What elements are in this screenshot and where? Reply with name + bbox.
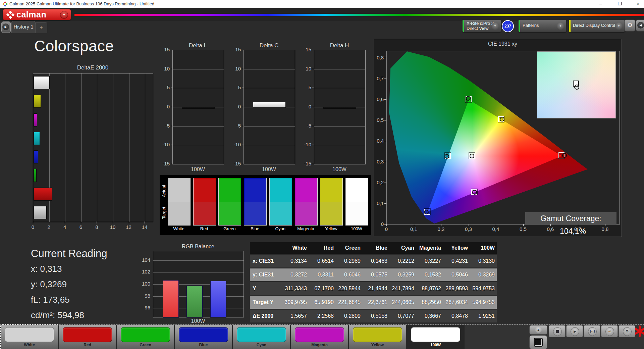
- pattern-bar-up-button[interactable]: ▲: [529, 325, 547, 335]
- restore-button[interactable]: ❐: [614, 0, 626, 8]
- play-icon: ▶: [571, 327, 579, 336]
- play-button[interactable]: ▶: [566, 325, 583, 337]
- settings-gear-button[interactable]: ⚙: [625, 19, 635, 32]
- table-cell: 0,3259: [389, 268, 416, 281]
- delta-y-tick: 10: [229, 66, 241, 71]
- app-window: Calman 2025 Calman Ultimate for Business…: [0, 0, 644, 349]
- pattern-tile-100w[interactable]: 100W: [407, 325, 465, 349]
- swatch-red: [193, 178, 216, 226]
- pattern-window-icon: [534, 338, 543, 347]
- cie-x-tick: 0,1: [408, 226, 420, 232]
- table-cell: 220,5944: [336, 282, 363, 295]
- chevron-down-icon: ▼: [615, 22, 623, 30]
- table-header-yellow: Yellow: [443, 242, 470, 254]
- cie-x-tick: 0,7: [572, 226, 584, 232]
- pattern-swatch: [237, 327, 286, 342]
- tick-mark: [414, 224, 414, 226]
- tick-mark: [242, 126, 244, 126]
- actual-row-label: Actual: [161, 185, 166, 197]
- pattern-swatch: [63, 327, 112, 342]
- table-cell: 88,2950: [416, 296, 443, 309]
- loop-icon: ⟳: [623, 327, 632, 336]
- tick-mark: [171, 107, 172, 107]
- swatch-target: [320, 202, 342, 225]
- tick-mark: [242, 164, 244, 164]
- delta-y-tick: 0: [229, 104, 241, 109]
- tick-mark: [384, 162, 386, 162]
- cie-x-tick: 0,5: [517, 226, 529, 232]
- app-icon: [2, 1, 8, 7]
- pattern-tile-blue[interactable]: Blue: [175, 325, 233, 349]
- calman-menu-button[interactable]: calman ▼: [3, 9, 71, 20]
- tick-mark: [605, 224, 605, 226]
- single-measure-button[interactable]: [··]: [584, 325, 600, 337]
- delta-y-tick: -15: [300, 161, 311, 166]
- row-label: Target Y: [250, 296, 282, 309]
- pattern-tile-green[interactable]: Green: [117, 325, 175, 349]
- tick-mark: [242, 145, 244, 145]
- chevron-up-icon: ▲: [535, 327, 542, 333]
- deltae-bar-green: [34, 169, 37, 182]
- swatch-label: Yellow: [320, 226, 342, 231]
- calman-logo-text: calman: [16, 10, 46, 19]
- swatch-magenta: [295, 178, 318, 226]
- delta-chart-delta-h: [314, 50, 366, 164]
- delta-y-tick: 5: [300, 85, 311, 90]
- gridline: [173, 88, 224, 88]
- table-cell: 0,6046: [336, 268, 363, 281]
- swatch-target: [270, 202, 292, 225]
- meter-count-badge[interactable]: 237: [502, 20, 514, 32]
- tab-nav-button[interactable]: ▶: [1, 21, 11, 33]
- tab-history-1[interactable]: History 1: [11, 21, 36, 33]
- swatch-label: Magenta: [295, 226, 317, 231]
- swatch-actual: [168, 178, 190, 202]
- swatch-actual: [295, 178, 317, 202]
- logo-dropdown-icon[interactable]: ▼: [60, 11, 68, 19]
- deltae-x-tick: 10: [108, 224, 117, 230]
- delta-x-label: 100W: [244, 166, 294, 172]
- minimize-button[interactable]: –: [595, 0, 606, 8]
- deltae-x-tick: 8: [92, 224, 101, 230]
- pattern-tile-label: Yellow: [349, 343, 406, 347]
- table-cell: 0,3130: [470, 255, 497, 267]
- deltae-x-tick: 4: [60, 224, 69, 230]
- table-row: x: CIE310,31340,65140,29890,14630,22120,…: [250, 255, 497, 267]
- pattern-tile-cyan[interactable]: Cyan: [233, 325, 291, 349]
- delta-y-tick: 10: [158, 66, 170, 71]
- pattern-tile-label: Red: [59, 343, 116, 347]
- display-control-dropdown[interactable]: Direct Display Control ▼: [569, 19, 625, 32]
- tick-mark: [145, 221, 145, 223]
- pattern-tile-magenta[interactable]: Magenta: [291, 325, 349, 349]
- meter-dropdown[interactable]: X-Rite i1Pro 2 Direct View ▼: [462, 19, 501, 32]
- tick-mark: [384, 58, 386, 58]
- single-measure-icon: [··]: [588, 327, 597, 336]
- stop-icon: ■: [553, 327, 562, 336]
- pattern-tile-yellow[interactable]: Yellow: [349, 325, 407, 349]
- table-cell: 22,3761: [363, 296, 389, 309]
- table-cell: 1,9251: [470, 310, 497, 322]
- loop-button[interactable]: ⟳: [619, 325, 635, 337]
- reading-x: x: 0,313: [31, 264, 62, 274]
- cie-measured-green: [466, 96, 471, 101]
- close-button[interactable]: ×: [632, 0, 644, 8]
- pattern-window-button[interactable]: [529, 335, 547, 349]
- add-tab-button[interactable]: +: [35, 22, 47, 33]
- patterns-dropdown[interactable]: Patterns ▼: [518, 19, 567, 32]
- delta-y-tick: 0: [300, 104, 311, 109]
- deltae-bar-cyan: [34, 132, 40, 145]
- swatch-target: [295, 202, 317, 225]
- rgb-bar-green: [186, 286, 203, 317]
- pattern-tile-red[interactable]: Red: [59, 325, 117, 349]
- collapse-panel-button[interactable]: ◀: [636, 19, 644, 32]
- gridline: [244, 126, 295, 127]
- swatch-target: [244, 202, 266, 225]
- gridline: [65, 73, 65, 222]
- stop-button[interactable]: ■: [549, 325, 566, 337]
- reading-fl: fL: 173,65: [31, 295, 70, 305]
- tick-mark: [550, 224, 551, 226]
- chevron-down-icon: ▼: [557, 22, 564, 30]
- tick-mark: [171, 50, 172, 50]
- pattern-tile-white[interactable]: White: [1, 325, 59, 349]
- continuous-measure-button[interactable]: ∞: [601, 325, 618, 337]
- delta-y-tick: -10: [158, 142, 170, 147]
